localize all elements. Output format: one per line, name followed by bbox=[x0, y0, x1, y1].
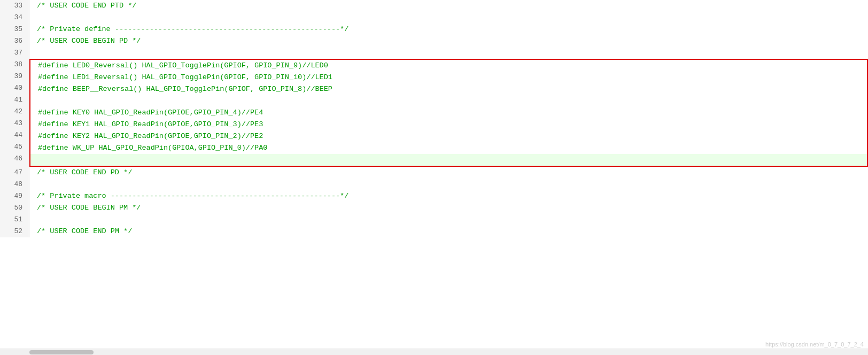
line-number: 49 bbox=[0, 190, 29, 202]
code-line: 35/* Private define --------------------… bbox=[0, 24, 868, 35]
line-number: 51 bbox=[0, 214, 29, 226]
code-line: 34 bbox=[0, 12, 868, 24]
watermark: https://blog.csdn.net/m_0_7_0_7_2_4 bbox=[765, 341, 864, 348]
code-line-text: #define KEY0 HAL_GPIO_ReadPin(GPIOE,GPIO… bbox=[30, 107, 867, 119]
line-number: 44 bbox=[0, 129, 29, 141]
code-content: 33/* USER CODE END PTD */3435/* Private … bbox=[0, 0, 868, 237]
line-number: 45 bbox=[0, 141, 29, 153]
line-code: /* USER CODE END PM */ bbox=[29, 226, 868, 237]
line-code bbox=[29, 179, 868, 190]
line-number: 35 bbox=[0, 24, 29, 35]
line-code: /* Private define ----------------------… bbox=[29, 24, 868, 35]
line-number: 48 bbox=[0, 179, 29, 190]
code-line: 48 bbox=[0, 179, 868, 190]
line-number: 50 bbox=[0, 202, 29, 214]
line-code: /* USER CODE END PTD */ bbox=[29, 0, 868, 12]
line-number: 40 bbox=[0, 82, 29, 94]
line-number: 38 bbox=[0, 59, 29, 71]
code-line: 37 bbox=[0, 47, 868, 59]
highlighted-code-block: 383940414243444546#define LED0_Reversal(… bbox=[0, 59, 868, 167]
code-line: 33/* USER CODE END PTD */ bbox=[0, 0, 868, 12]
code-line: 49/* Private macro ---------------------… bbox=[0, 190, 868, 202]
code-line: 50/* USER CODE BEGIN PM */ bbox=[0, 202, 868, 214]
line-number: 42 bbox=[0, 106, 29, 118]
code-line-text bbox=[30, 95, 867, 107]
line-code: /* Private macro -----------------------… bbox=[29, 190, 868, 202]
line-code: /* USER CODE BEGIN PD */ bbox=[29, 35, 868, 47]
line-number: 46 bbox=[0, 153, 29, 165]
line-number: 36 bbox=[0, 35, 29, 47]
horizontal-scrollbar[interactable] bbox=[0, 349, 868, 355]
code-line-text: #define LED0_Reversal() HAL_GPIO_ToggleP… bbox=[30, 60, 867, 72]
code-line: 36/* USER CODE BEGIN PD */ bbox=[0, 35, 868, 47]
code-line: 51 bbox=[0, 214, 868, 226]
code-line: 52/* USER CODE END PM */ bbox=[0, 226, 868, 237]
code-line-text: #define KEY2 HAL_GPIO_ReadPin(GPIOE,GPIO… bbox=[30, 130, 867, 142]
code-line: 47/* USER CODE END PD */ bbox=[0, 167, 868, 179]
line-number: 47 bbox=[0, 167, 29, 179]
line-number: 33 bbox=[0, 0, 29, 12]
code-line-text: #define WK_UP HAL_GPIO_ReadPin(GPIOA,GPI… bbox=[30, 142, 867, 154]
code-line-text: #define LED1_Reversal() HAL_GPIO_ToggleP… bbox=[30, 72, 867, 83]
line-number: 39 bbox=[0, 71, 29, 82]
line-number: 34 bbox=[0, 12, 29, 24]
code-line-text bbox=[30, 154, 867, 166]
line-code: /* USER CODE BEGIN PM */ bbox=[29, 202, 868, 214]
line-code bbox=[29, 47, 868, 59]
line-code bbox=[29, 214, 868, 226]
code-line-text: #define KEY1 HAL_GPIO_ReadPin(GPIOE,GPIO… bbox=[30, 119, 867, 130]
line-code: /* USER CODE END PD */ bbox=[29, 167, 868, 179]
line-number: 41 bbox=[0, 94, 29, 106]
scrollbar-thumb[interactable] bbox=[29, 350, 94, 354]
code-line-text: #define BEEP__Reversal() HAL_GPIO_Toggle… bbox=[30, 83, 867, 95]
line-code bbox=[29, 12, 868, 24]
line-number: 37 bbox=[0, 47, 29, 59]
line-number: 52 bbox=[0, 226, 29, 237]
code-editor: 33/* USER CODE END PTD */3435/* Private … bbox=[0, 0, 868, 355]
line-number: 43 bbox=[0, 118, 29, 129]
